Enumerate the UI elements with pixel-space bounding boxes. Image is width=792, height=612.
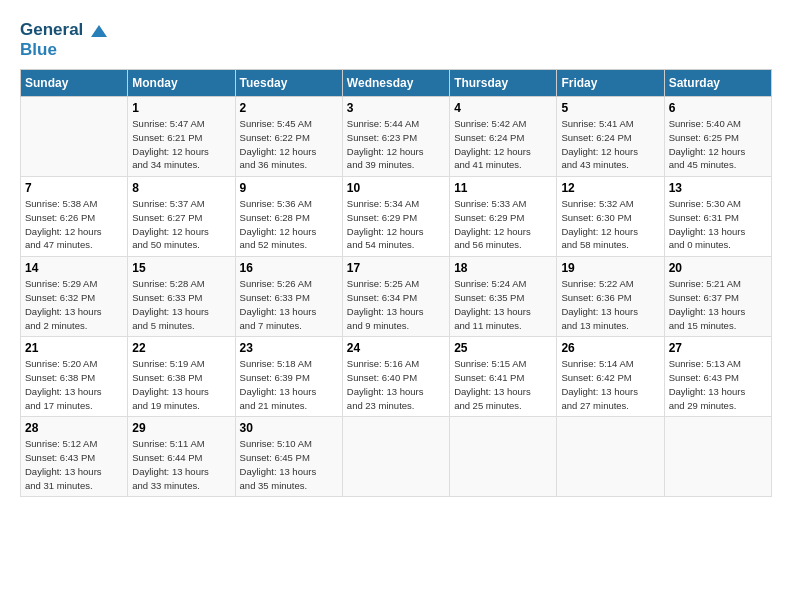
calendar-cell [21,97,128,177]
calendar-header: SundayMondayTuesdayWednesdayThursdayFrid… [21,70,772,97]
day-number: 1 [132,101,230,115]
calendar-cell: 19Sunrise: 5:22 AMSunset: 6:36 PMDayligh… [557,257,664,337]
header-sunday: Sunday [21,70,128,97]
day-info: Sunrise: 5:40 AMSunset: 6:25 PMDaylight:… [669,117,767,172]
day-number: 4 [454,101,552,115]
calendar-cell: 30Sunrise: 5:10 AMSunset: 6:45 PMDayligh… [235,417,342,497]
day-number: 27 [669,341,767,355]
calendar-cell: 21Sunrise: 5:20 AMSunset: 6:38 PMDayligh… [21,337,128,417]
day-info: Sunrise: 5:10 AMSunset: 6:45 PMDaylight:… [240,437,338,492]
day-number: 10 [347,181,445,195]
day-info: Sunrise: 5:22 AMSunset: 6:36 PMDaylight:… [561,277,659,332]
day-number: 7 [25,181,123,195]
day-number: 17 [347,261,445,275]
day-info: Sunrise: 5:18 AMSunset: 6:39 PMDaylight:… [240,357,338,412]
calendar-cell: 14Sunrise: 5:29 AMSunset: 6:32 PMDayligh… [21,257,128,337]
day-number: 29 [132,421,230,435]
calendar-cell: 2Sunrise: 5:45 AMSunset: 6:22 PMDaylight… [235,97,342,177]
calendar-cell: 22Sunrise: 5:19 AMSunset: 6:38 PMDayligh… [128,337,235,417]
day-info: Sunrise: 5:26 AMSunset: 6:33 PMDaylight:… [240,277,338,332]
header-wednesday: Wednesday [342,70,449,97]
day-number: 18 [454,261,552,275]
calendar-cell [664,417,771,497]
calendar-cell: 20Sunrise: 5:21 AMSunset: 6:37 PMDayligh… [664,257,771,337]
calendar-cell: 24Sunrise: 5:16 AMSunset: 6:40 PMDayligh… [342,337,449,417]
day-info: Sunrise: 5:25 AMSunset: 6:34 PMDaylight:… [347,277,445,332]
day-number: 24 [347,341,445,355]
day-info: Sunrise: 5:37 AMSunset: 6:27 PMDaylight:… [132,197,230,252]
day-info: Sunrise: 5:14 AMSunset: 6:42 PMDaylight:… [561,357,659,412]
day-number: 12 [561,181,659,195]
header-tuesday: Tuesday [235,70,342,97]
day-info: Sunrise: 5:42 AMSunset: 6:24 PMDaylight:… [454,117,552,172]
day-info: Sunrise: 5:41 AMSunset: 6:24 PMDaylight:… [561,117,659,172]
day-number: 3 [347,101,445,115]
calendar-cell: 4Sunrise: 5:42 AMSunset: 6:24 PMDaylight… [450,97,557,177]
day-number: 13 [669,181,767,195]
calendar-cell: 17Sunrise: 5:25 AMSunset: 6:34 PMDayligh… [342,257,449,337]
calendar-cell: 29Sunrise: 5:11 AMSunset: 6:44 PMDayligh… [128,417,235,497]
day-info: Sunrise: 5:32 AMSunset: 6:30 PMDaylight:… [561,197,659,252]
day-number: 25 [454,341,552,355]
header-friday: Friday [557,70,664,97]
day-number: 8 [132,181,230,195]
calendar-cell: 11Sunrise: 5:33 AMSunset: 6:29 PMDayligh… [450,177,557,257]
calendar-cell: 16Sunrise: 5:26 AMSunset: 6:33 PMDayligh… [235,257,342,337]
day-number: 2 [240,101,338,115]
day-info: Sunrise: 5:38 AMSunset: 6:26 PMDaylight:… [25,197,123,252]
day-number: 28 [25,421,123,435]
calendar-cell: 23Sunrise: 5:18 AMSunset: 6:39 PMDayligh… [235,337,342,417]
day-number: 15 [132,261,230,275]
header-thursday: Thursday [450,70,557,97]
day-info: Sunrise: 5:45 AMSunset: 6:22 PMDaylight:… [240,117,338,172]
calendar-cell: 9Sunrise: 5:36 AMSunset: 6:28 PMDaylight… [235,177,342,257]
day-info: Sunrise: 5:33 AMSunset: 6:29 PMDaylight:… [454,197,552,252]
calendar-cell [342,417,449,497]
logo-general: General [20,20,83,39]
day-number: 9 [240,181,338,195]
day-number: 11 [454,181,552,195]
calendar-cell: 10Sunrise: 5:34 AMSunset: 6:29 PMDayligh… [342,177,449,257]
calendar-cell: 12Sunrise: 5:32 AMSunset: 6:30 PMDayligh… [557,177,664,257]
day-info: Sunrise: 5:36 AMSunset: 6:28 PMDaylight:… [240,197,338,252]
logo-blue: Blue [20,40,107,60]
calendar-cell: 7Sunrise: 5:38 AMSunset: 6:26 PMDaylight… [21,177,128,257]
day-info: Sunrise: 5:20 AMSunset: 6:38 PMDaylight:… [25,357,123,412]
calendar-cell: 3Sunrise: 5:44 AMSunset: 6:23 PMDaylight… [342,97,449,177]
day-number: 30 [240,421,338,435]
calendar-cell [450,417,557,497]
calendar-cell: 6Sunrise: 5:40 AMSunset: 6:25 PMDaylight… [664,97,771,177]
day-number: 14 [25,261,123,275]
day-info: Sunrise: 5:47 AMSunset: 6:21 PMDaylight:… [132,117,230,172]
day-info: Sunrise: 5:21 AMSunset: 6:37 PMDaylight:… [669,277,767,332]
day-info: Sunrise: 5:24 AMSunset: 6:35 PMDaylight:… [454,277,552,332]
day-number: 22 [132,341,230,355]
calendar-cell: 8Sunrise: 5:37 AMSunset: 6:27 PMDaylight… [128,177,235,257]
day-number: 19 [561,261,659,275]
day-info: Sunrise: 5:12 AMSunset: 6:43 PMDaylight:… [25,437,123,492]
day-number: 6 [669,101,767,115]
calendar-cell: 15Sunrise: 5:28 AMSunset: 6:33 PMDayligh… [128,257,235,337]
day-info: Sunrise: 5:15 AMSunset: 6:41 PMDaylight:… [454,357,552,412]
day-info: Sunrise: 5:34 AMSunset: 6:29 PMDaylight:… [347,197,445,252]
day-info: Sunrise: 5:19 AMSunset: 6:38 PMDaylight:… [132,357,230,412]
day-number: 20 [669,261,767,275]
calendar-cell: 25Sunrise: 5:15 AMSunset: 6:41 PMDayligh… [450,337,557,417]
calendar-cell [557,417,664,497]
day-info: Sunrise: 5:30 AMSunset: 6:31 PMDaylight:… [669,197,767,252]
calendar-cell: 28Sunrise: 5:12 AMSunset: 6:43 PMDayligh… [21,417,128,497]
logo: General Blue [20,20,107,59]
calendar-cell: 1Sunrise: 5:47 AMSunset: 6:21 PMDaylight… [128,97,235,177]
day-info: Sunrise: 5:13 AMSunset: 6:43 PMDaylight:… [669,357,767,412]
day-info: Sunrise: 5:28 AMSunset: 6:33 PMDaylight:… [132,277,230,332]
header-saturday: Saturday [664,70,771,97]
calendar-cell: 13Sunrise: 5:30 AMSunset: 6:31 PMDayligh… [664,177,771,257]
day-number: 5 [561,101,659,115]
calendar-cell: 18Sunrise: 5:24 AMSunset: 6:35 PMDayligh… [450,257,557,337]
day-info: Sunrise: 5:44 AMSunset: 6:23 PMDaylight:… [347,117,445,172]
day-info: Sunrise: 5:16 AMSunset: 6:40 PMDaylight:… [347,357,445,412]
calendar-cell: 27Sunrise: 5:13 AMSunset: 6:43 PMDayligh… [664,337,771,417]
day-number: 23 [240,341,338,355]
day-info: Sunrise: 5:29 AMSunset: 6:32 PMDaylight:… [25,277,123,332]
calendar-cell: 5Sunrise: 5:41 AMSunset: 6:24 PMDaylight… [557,97,664,177]
